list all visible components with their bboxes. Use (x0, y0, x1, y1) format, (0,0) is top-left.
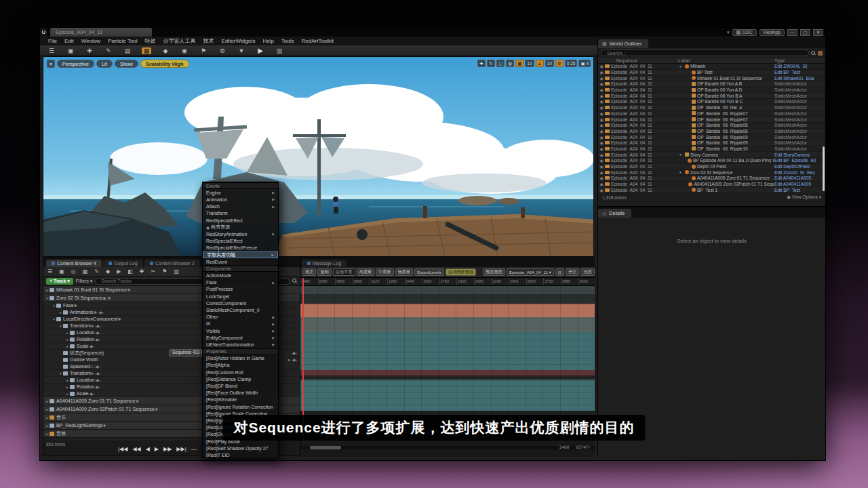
maximize-button[interactable]: ▢ (800, 29, 810, 36)
row-type-link[interactable]: StaticMeshActor (774, 140, 825, 145)
timeline-button[interactable]: 天空 (566, 268, 579, 276)
row-type-link[interactable]: Edit Mihawk01_Boa (774, 76, 825, 81)
track-key-controls[interactable]: ‹◆› (94, 330, 100, 335)
expander-arrow-icon[interactable]: ▸ (45, 288, 50, 292)
menu-item[interactable]: File (48, 38, 57, 44)
context-menu-item[interactable]: RedSpecialEffect (203, 238, 278, 245)
visibility-eye-icon[interactable]: ◉ (598, 81, 605, 86)
visibility-eye-icon[interactable]: ◉ (598, 176, 605, 180)
timeline-hscroll-track[interactable] (300, 446, 595, 449)
lane-teal-clip[interactable] (300, 332, 595, 370)
context-menu-item[interactable]: Other ▶ (203, 314, 278, 321)
context-menu-item[interactable]: Components (203, 265, 278, 272)
viewport-gizmo-button[interactable]: ✚ (477, 60, 486, 67)
transport-button[interactable]: — (191, 446, 197, 452)
expander-arrow-icon[interactable]: ▸ (45, 424, 50, 428)
track-key-controls[interactable]: ‹◆› (89, 391, 95, 396)
timeline-button[interactable]: 中质量 (376, 268, 394, 276)
context-menu-item[interactable]: Face ▶ (203, 279, 278, 286)
expander-arrow-icon[interactable]: ▾ (679, 170, 684, 174)
timeline-button[interactable]: 预览视图 (483, 268, 505, 276)
context-menu-item[interactable]: [Red]Actor Hidden In Game (203, 355, 278, 362)
visibility-eye-icon[interactable]: ◉ (598, 70, 605, 75)
track-key-controls[interactable]: ☑ ‹◆› (90, 364, 100, 369)
menu-item[interactable]: 分宇宙人工具 (163, 37, 196, 45)
viewport-button[interactable]: ▾ (47, 60, 55, 68)
toolbar-icon[interactable]: ◆ (161, 47, 170, 54)
context-menu-item[interactable]: [Red]IKEnable (203, 396, 278, 403)
context-menu-item[interactable]: Animation ▶ (203, 196, 278, 203)
context-menu-item[interactable]: ActionMode (203, 272, 278, 279)
expander-arrow-icon[interactable]: ▸ (45, 415, 50, 420)
row-type-link[interactable]: StaticMeshActor (774, 117, 825, 122)
timeline-hscroll-thumb[interactable] (310, 446, 341, 449)
outliner-row[interactable]: ◉ Episode_A04_04_11 BP Episode A04 04 11… (598, 158, 825, 164)
viewport-gizmo-button[interactable]: ◍ (506, 60, 514, 67)
panel-tab[interactable]: Output Log (103, 260, 143, 267)
outliner-row[interactable]: ◉ Episode_A04_04_11 OP Baratie 06 Yun A … (598, 81, 825, 87)
context-menu-item[interactable]: RedSpecialEffect (203, 217, 278, 224)
sequencer-toolbar-icon[interactable]: ◧ (127, 268, 133, 274)
menu-item[interactable]: Particle Tool (108, 38, 137, 44)
column-label[interactable]: Label (678, 58, 774, 63)
sequencer-toolbar-icon[interactable]: ◆ (106, 268, 110, 274)
viewport-button[interactable]: Lit (96, 60, 113, 68)
outliner-filter-icon[interactable] (818, 51, 823, 56)
visibility-eye-icon[interactable]: ◉ (598, 64, 605, 68)
track-key-controls[interactable]: ● ‹◆› (92, 323, 101, 328)
outliner-row[interactable]: ◉ Episode_A04_04_11 OP_Baratie_06_Ripple… (598, 117, 825, 123)
timeline-button[interactable]: 复制 (317, 268, 331, 276)
track-key-controls[interactable]: ▣ ✚ (102, 296, 111, 300)
outliner-row[interactable]: ◉ Episode_A04_04_11 OP_Baratie_06_Ripple… (598, 111, 825, 117)
context-menu-item[interactable]: Attach ▶ (203, 203, 278, 210)
toolbar-icon[interactable]: ▼ (237, 47, 246, 54)
sequencer-toolbar-icon[interactable]: ✎ (94, 268, 99, 274)
visibility-eye-icon[interactable]: ◉ (598, 158, 605, 163)
toolbar-icon[interactable]: ⚑ (199, 47, 208, 54)
track-key-controls[interactable]: ✚ ‹◆› (94, 310, 104, 314)
filters-button[interactable]: Filters ▾ (76, 279, 93, 284)
world-outliner-tab[interactable]: ▦ World Outliner (598, 39, 648, 48)
panel-tab[interactable]: Content Browser 2 (144, 260, 200, 267)
expander-arrow-icon[interactable]: ▸ (65, 392, 70, 396)
menu-item[interactable]: Window (81, 38, 100, 44)
outliner-row[interactable]: ◉ Episode_A04_04_11 BP_Test 1 Edit BP_Te… (598, 187, 825, 193)
context-menu-item[interactable]: Events (203, 182, 278, 189)
context-menu-item[interactable]: [Red]Ignore Rotation Correction (203, 403, 278, 410)
viewport-gizmo-button[interactable]: ▦ (515, 60, 524, 67)
lane-teal-clip2[interactable] (300, 380, 595, 411)
visibility-eye-icon[interactable]: ◉ (598, 123, 605, 127)
sequencer-toolbar-icon[interactable]: ⚑ (162, 268, 167, 274)
visibility-eye-icon[interactable]: ◉ (598, 170, 605, 175)
viewport-gizmo-button[interactable]: ↻ (487, 60, 495, 67)
toolbar-icon[interactable]: ⚙ (218, 47, 227, 54)
timeline-button[interactable]: Episode_A04_04_11 ▾ (507, 268, 554, 276)
expander-arrow-icon[interactable]: ▾ (679, 152, 684, 157)
sequencer-toolbar-icon[interactable]: ✚ (140, 268, 144, 274)
row-type-link[interactable]: Edit A040411A005_ (774, 176, 825, 180)
expander-arrow-icon[interactable]: ▸ (45, 399, 50, 403)
context-menu-item[interactable]: 零散实用功能 ▶ (203, 251, 278, 258)
row-type-link[interactable]: Edit ZW004L_St (774, 64, 825, 68)
visibility-eye-icon[interactable]: ◉ (598, 182, 605, 186)
outliner-row[interactable]: ◉ Episode_A04_04_11 OP Baratie 06 Yun A … (598, 87, 825, 94)
sequencer-toolbar-icon[interactable]: ◎ (71, 268, 76, 274)
view-options-button[interactable]: ◉ View Options ▾ (787, 195, 821, 200)
expander-arrow-icon[interactable]: ▾ (45, 296, 50, 300)
row-type-link[interactable]: Edit Zoro02_St_Seq (774, 170, 825, 175)
sequencer-toolbar-icon[interactable]: ▶ (117, 268, 121, 274)
track-key-controls[interactable]: ‹◆› (94, 378, 100, 382)
row-type-link[interactable]: StaticMeshActor (774, 99, 825, 104)
context-menu-item[interactable]: Properties (203, 348, 278, 355)
row-type-link[interactable]: StaticMeshActor (774, 81, 825, 86)
menu-item[interactable]: 特效 (145, 37, 156, 45)
row-type-link[interactable]: StaticMeshActor (774, 135, 825, 140)
sequencer-toolbar-icon[interactable]: ▥ (174, 268, 179, 274)
track-key-controls[interactable]: ✚ (155, 407, 158, 411)
context-menu-item[interactable]: RedStoryAnimation ▶ (203, 230, 278, 237)
expander-arrow-icon[interactable]: ▸ (65, 378, 70, 382)
expander-arrow-icon[interactable]: ▸ (65, 344, 70, 348)
context-menu-item[interactable]: Engine ▶ (203, 189, 278, 196)
transport-button[interactable]: ▶▶ (163, 446, 172, 452)
lane-dark2[interactable] (300, 375, 595, 380)
